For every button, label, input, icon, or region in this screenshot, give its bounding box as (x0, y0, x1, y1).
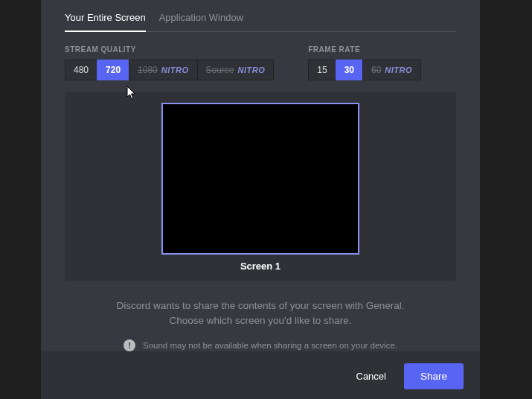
modal-content: Your Entire Screen Application Window ST… (41, 0, 480, 351)
frame-rate-group: FRAME RATE 15 30 60 NITRO (308, 45, 421, 80)
source-tabs: Your Entire Screen Application Window (65, 4, 456, 32)
frame-rate-buttons: 15 30 60 NITRO (308, 60, 421, 80)
cancel-button[interactable]: Cancel (344, 363, 398, 389)
sound-warning-text: Sound may not be available when sharing … (143, 341, 397, 350)
info-icon: ! (124, 339, 135, 351)
screen-1-label: Screen 1 (240, 261, 281, 272)
settings-row: STREAM QUALITY 480 720 1080 NITRO Source… (65, 45, 456, 80)
sound-warning-row: ! Sound may not be available when sharin… (65, 339, 456, 351)
stream-quality-group: STREAM QUALITY 480 720 1080 NITRO Source… (65, 45, 274, 80)
nitro-badge-icon: NITRO (385, 66, 412, 74)
quality-480-button[interactable]: 480 (65, 60, 97, 80)
tab-application-window[interactable]: Application Window (159, 4, 243, 32)
preview-area: Screen 1 (65, 92, 456, 281)
fps-30-button[interactable]: 30 (336, 60, 363, 80)
info-line-1: Discord wants to share the contents of y… (65, 299, 456, 313)
screen-1-thumbnail[interactable] (161, 103, 359, 255)
quality-source-button[interactable]: Source NITRO (197, 60, 275, 80)
tab-entire-screen[interactable]: Your Entire Screen (65, 4, 146, 32)
screen-share-modal: Your Entire Screen Application Window ST… (41, 0, 480, 399)
info-block: Discord wants to share the contents of y… (65, 299, 456, 351)
info-line-2: Choose which screen you'd like to share. (65, 313, 456, 328)
quality-1080-button[interactable]: 1080 NITRO (129, 60, 197, 80)
quality-720-button[interactable]: 720 (97, 60, 129, 80)
modal-footer: Cancel Share (41, 351, 480, 400)
nitro-badge-icon: NITRO (238, 66, 266, 74)
stream-quality-buttons: 480 720 1080 NITRO Source NITRO (65, 60, 274, 80)
stream-quality-label: STREAM QUALITY (65, 45, 274, 54)
fps-15-button[interactable]: 15 (308, 60, 336, 80)
frame-rate-label: FRAME RATE (308, 45, 421, 54)
nitro-badge-icon: NITRO (161, 66, 189, 74)
share-button[interactable]: Share (404, 363, 464, 389)
fps-60-button[interactable]: 60 NITRO (362, 60, 421, 80)
